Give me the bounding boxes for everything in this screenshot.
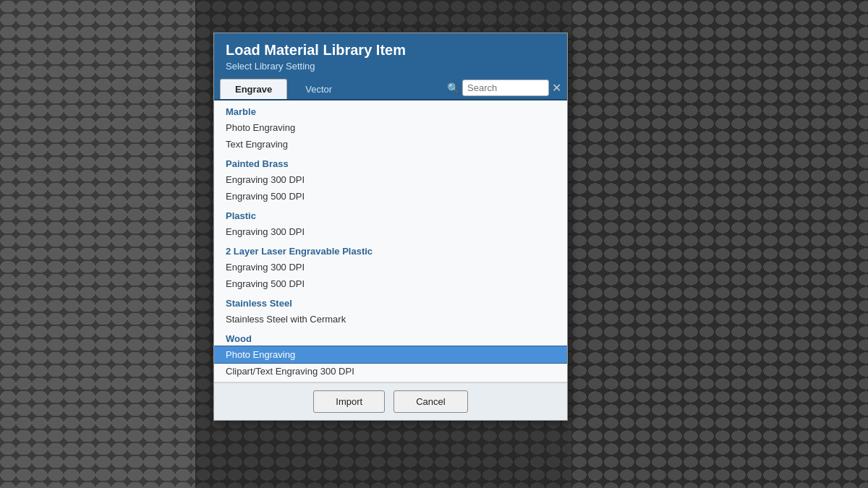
dialog-footer: Import Cancel xyxy=(214,382,567,420)
material-list[interactable]: MarblePhoto EngravingText EngravingPaint… xyxy=(214,100,567,382)
dialog-header: Load Material Library Item Select Librar… xyxy=(214,33,567,79)
list-item[interactable]: Photo Engraving xyxy=(214,346,567,363)
category-header: Wood xyxy=(214,328,567,346)
category-header: 2 Layer Laser Engravable Plastic xyxy=(214,240,567,259)
search-area: 🔍 ✕ xyxy=(447,80,561,99)
list-item[interactable]: Engraving 300 DPI xyxy=(214,223,567,240)
bg-right-texture xyxy=(571,0,868,488)
category-header: Plastic xyxy=(214,205,567,223)
list-item[interactable]: Engraving 500 DPI xyxy=(214,188,567,205)
list-item[interactable]: Photo Engraving xyxy=(214,119,567,136)
list-item[interactable]: Clipart/Text Engraving 300 DPI xyxy=(214,363,567,380)
category-header: Stainless Steel xyxy=(214,292,567,311)
cancel-button[interactable]: Cancel xyxy=(393,390,467,413)
load-material-dialog: Load Material Library Item Select Librar… xyxy=(213,33,568,421)
category-header: Marble xyxy=(214,100,567,119)
search-input[interactable] xyxy=(462,80,549,96)
list-item[interactable]: Text Engraving xyxy=(214,136,567,153)
bg-left-texture xyxy=(0,0,195,488)
category-header: Painted Brass xyxy=(214,153,567,171)
search-icon: 🔍 xyxy=(447,82,459,94)
list-item[interactable]: Engraving 300 DPI xyxy=(214,171,567,188)
tabs-row: Engrave Vector 🔍 ✕ xyxy=(214,79,567,100)
clear-search-icon[interactable]: ✕ xyxy=(552,82,561,94)
dialog-subtitle: Select Library Setting xyxy=(226,61,556,72)
import-button[interactable]: Import xyxy=(313,390,385,413)
tab-engrave[interactable]: Engrave xyxy=(220,79,287,99)
list-item[interactable]: Stainless Steel with Cermark xyxy=(214,311,567,328)
list-item[interactable]: Engraving 500 DPI xyxy=(214,275,567,292)
dialog-title: Load Material Library Item xyxy=(226,42,556,59)
list-item[interactable]: Engraving 300 DPI xyxy=(214,259,567,275)
tab-vector[interactable]: Vector xyxy=(290,79,347,99)
